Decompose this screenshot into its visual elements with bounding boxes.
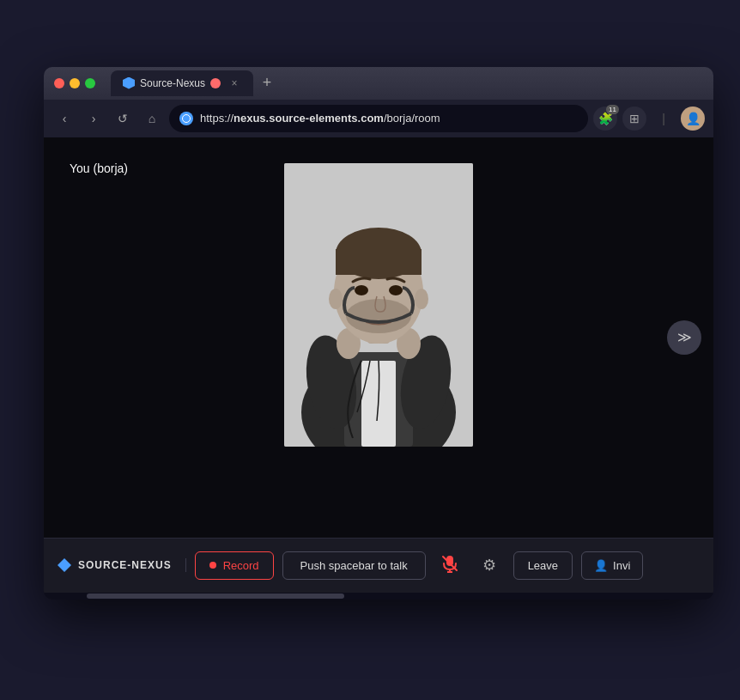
profile-avatar[interactable]: 👤	[681, 107, 705, 131]
toolbar-icons: 🧩 ⊞ | 👤	[593, 107, 705, 131]
puzzle-button[interactable]: ⊞	[622, 107, 646, 131]
settings-button[interactable]: ⚙	[474, 550, 505, 581]
video-area: You (borja)	[44, 137, 713, 538]
svg-point-12	[346, 299, 411, 333]
extensions-icon: 🧩	[598, 112, 613, 125]
mic-muted-icon	[440, 554, 459, 577]
push-to-talk-button[interactable]: Push spacebar to talk	[282, 551, 426, 580]
portrait-svg	[284, 163, 473, 447]
svg-point-14	[389, 285, 403, 295]
tab-title: Source-Nexus	[140, 77, 205, 89]
title-bar: Source-Nexus × +	[44, 67, 713, 100]
record-button[interactable]: Record	[195, 551, 274, 580]
traffic-lights	[54, 78, 95, 88]
address-bar-row: ‹ › ↺ ⌂ https://nexus.source-elements.co…	[44, 100, 713, 137]
forward-button[interactable]: ›	[82, 107, 106, 131]
chevron-right-icon: ≫	[677, 329, 692, 345]
side-nav-button[interactable]: ≫	[667, 320, 701, 355]
reload-button[interactable]: ↺	[111, 107, 135, 131]
tab-close-button[interactable]: ×	[227, 76, 241, 90]
brand-logo: SOURCE-NEXUS	[58, 558, 186, 572]
tab-area: Source-Nexus × +	[111, 70, 703, 96]
maximize-button[interactable]	[85, 78, 95, 88]
tab-favicon-icon	[123, 77, 135, 89]
browser-window: Source-Nexus × + ‹ › ↺ ⌂ https://nexus.s…	[44, 67, 713, 600]
user-label: You (borja)	[70, 161, 128, 175]
diamond-icon	[58, 558, 71, 572]
leave-label: Leave	[528, 559, 558, 572]
record-label: Record	[223, 559, 259, 572]
close-button[interactable]	[54, 78, 64, 88]
avatar-icon: 👤	[686, 112, 701, 125]
control-bar: SOURCE-NEXUS Record Push spacebar to tal…	[44, 538, 713, 593]
puzzle-icon: ⊞	[629, 112, 640, 125]
divider: |	[652, 107, 676, 131]
new-tab-button[interactable]: +	[257, 73, 277, 94]
svg-point-16	[415, 289, 428, 309]
content-area: You (borja)	[44, 137, 713, 600]
home-button[interactable]: ⌂	[140, 107, 164, 131]
invite-button[interactable]: 👤 Invi	[581, 551, 643, 580]
security-icon	[179, 112, 193, 125]
active-tab[interactable]: Source-Nexus ×	[111, 70, 253, 96]
gear-icon: ⚙	[482, 556, 496, 575]
brand-name: SOURCE-NEXUS	[78, 559, 172, 571]
address-bar[interactable]: https://nexus.source-elements.com/borja/…	[169, 105, 588, 132]
record-dot-icon	[209, 562, 216, 569]
push-to-talk-label: Push spacebar to talk	[300, 559, 408, 572]
svg-point-15	[329, 289, 343, 309]
svg-point-13	[355, 285, 368, 295]
person-add-icon: 👤	[594, 559, 608, 572]
video-portrait	[284, 163, 473, 447]
minimize-button[interactable]	[70, 78, 80, 88]
invite-label: Invi	[613, 559, 630, 572]
extensions-button[interactable]: 🧩	[593, 107, 617, 131]
url-text: https://nexus.source-elements.com/borja/…	[200, 112, 578, 125]
svg-rect-11	[336, 249, 422, 275]
leave-button[interactable]: Leave	[513, 551, 573, 580]
scrollbar-thumb[interactable]	[87, 593, 344, 599]
scrollbar-area	[44, 593, 713, 600]
url-domain: nexus.source-elements.com	[234, 112, 384, 125]
back-button[interactable]: ‹	[52, 107, 76, 131]
tab-loading-icon	[210, 78, 221, 88]
mute-button[interactable]	[434, 550, 465, 581]
